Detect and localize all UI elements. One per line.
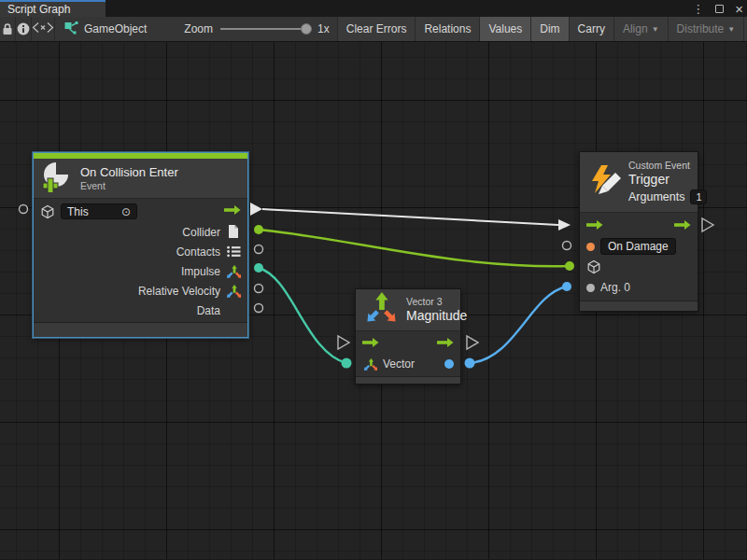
relations-label: Relations (424, 22, 471, 35)
wire-collider-to-target[interactable] (259, 230, 570, 266)
port-magnitude-control-out[interactable] (467, 336, 478, 349)
zoom-control: Zoom 1x (156, 17, 337, 41)
port-event-trigger-out[interactable] (250, 203, 262, 216)
port-collider-out[interactable] (254, 225, 263, 234)
gameobject-label: GameObject (84, 22, 147, 35)
wire-control-flow[interactable] (262, 209, 558, 225)
graph-canvas[interactable]: On Collision Enter Event This ⊙ Collider (0, 42, 747, 559)
align-label: Align (623, 22, 648, 35)
port-contacts-out[interactable] (255, 245, 263, 254)
port-arg0-in[interactable] (562, 282, 571, 291)
carry-label: Carry (578, 22, 605, 35)
carry-button[interactable]: Carry (570, 17, 614, 41)
values-button[interactable]: Values (480, 17, 531, 41)
port-vector-in[interactable] (342, 358, 352, 369)
code-angle-x-icon (32, 22, 54, 35)
zoom-value: 1x (317, 22, 330, 35)
graph-toolbar: GameObject Zoom 1x Clear Errors Relation… (0, 17, 747, 42)
wire-arrowhead (558, 219, 571, 231)
values-label: Values (488, 22, 522, 35)
port-data-out[interactable] (255, 304, 263, 313)
port-trigger-control-out[interactable] (702, 218, 713, 231)
zoom-slider[interactable] (220, 28, 310, 30)
align-button[interactable]: Align ▼ (614, 17, 669, 41)
wire-impulse-to-vector[interactable] (259, 268, 346, 363)
gameobject-button[interactable]: GameObject (55, 17, 156, 41)
code-view-button[interactable] (32, 17, 55, 41)
tab-bar: Script Graph ⋮ × (0, 0, 747, 17)
lock-button[interactable] (0, 17, 16, 41)
wire-layer (0, 42, 747, 559)
info-button[interactable] (16, 17, 32, 41)
port-event-target-in[interactable] (20, 205, 28, 214)
info-icon (16, 21, 31, 36)
chevron-down-icon: ▼ (727, 25, 735, 34)
distribute-button[interactable]: Distribute ▼ (669, 17, 745, 41)
distribute-label: Distribute (677, 22, 725, 35)
chevron-down-icon: ▼ (652, 25, 659, 34)
window-controls: ⋮ × (692, 0, 743, 17)
close-icon[interactable]: × (735, 2, 743, 16)
port-magnitude-out[interactable] (465, 358, 475, 369)
dim-button[interactable]: Dim (531, 17, 569, 41)
maximize-icon[interactable] (715, 5, 724, 13)
kebab-menu-icon[interactable]: ⋮ (692, 3, 704, 15)
port-relative-velocity-out[interactable] (255, 285, 263, 293)
relations-button[interactable]: Relations (416, 17, 480, 41)
zoom-label: Zoom (184, 22, 213, 35)
zoom-slider-handle[interactable] (301, 23, 312, 35)
tab-script-graph[interactable]: Script Graph (0, 0, 106, 17)
lock-icon (0, 21, 15, 36)
port-event-name-in[interactable] (563, 242, 571, 250)
port-magnitude-control-in[interactable] (338, 336, 349, 349)
port-impulse-out[interactable] (254, 263, 263, 273)
clear-errors-button[interactable]: Clear Errors (338, 17, 416, 41)
gameobject-graph-icon (64, 21, 78, 37)
port-trigger-target-in[interactable] (565, 261, 574, 271)
clear-errors-label: Clear Errors (346, 22, 407, 35)
dim-label: Dim (540, 22, 559, 35)
tab-label: Script Graph (7, 3, 70, 16)
wire-magnitude-to-arg0[interactable] (470, 287, 567, 363)
